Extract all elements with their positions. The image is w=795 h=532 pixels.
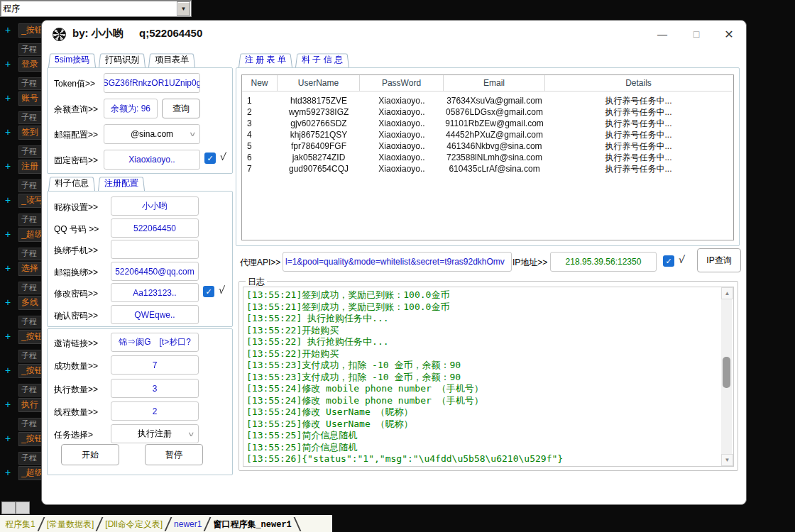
table-row[interactable]: 5fpr786409FGFXiaoxiaoyo..461346Nkbvg@sin… (242, 140, 732, 152)
qq-number-input[interactable]: 522064450 (111, 218, 199, 238)
table-row[interactable]: 3gjv602766SDZXiaoxiaoyo..91101RbZEw@gmai… (242, 118, 732, 129)
window-title-author: by: 小小哟 (72, 27, 124, 40)
balance-label: 余额查询>> (54, 104, 98, 116)
fold-plus-icon[interactable]: + (5, 93, 11, 103)
exec-count-input[interactable]: 3 (111, 379, 199, 398)
tabs-sim-tab-1[interactable]: 打码识别 (99, 52, 146, 67)
fold-plus-icon[interactable]: + (5, 195, 11, 205)
tabs-sim-tab-0[interactable]: 5sim接码 (48, 52, 96, 67)
cell-password: Xiaoxiaoyo.. (360, 118, 444, 129)
ide-project-combobox[interactable]: 程序 ▼ (0, 0, 192, 17)
rebind-phone-input[interactable] (111, 240, 199, 259)
combo-arrow-icon[interactable]: ▼ (177, 1, 190, 16)
fold-plus-icon[interactable]: + (5, 263, 11, 273)
table-row[interactable]: 7gud907654CQJXiaoxiaoyo..610435cLrAf@sin… (242, 163, 732, 174)
mail-config-dropdown[interactable]: @sina.com ∨ (104, 124, 200, 144)
ide-tab-1[interactable]: [常量数据表] (42, 519, 99, 531)
tab-label: 打码识别 (105, 54, 139, 66)
ide-tab-3[interactable]: newer1 (169, 519, 207, 529)
column-header-username[interactable]: UserName (278, 75, 360, 91)
thread-count-label: 线程数量>> (54, 406, 98, 419)
confirm-password-input[interactable]: QWEqwe.. (111, 305, 199, 324)
cell-username: jak058274ZID (278, 152, 360, 163)
close-button[interactable]: ✕ (718, 26, 740, 43)
rebind-phone-label: 换绑手机>> (54, 245, 98, 257)
fold-plus-icon[interactable]: + (5, 127, 11, 137)
ide-scroll-corner-right[interactable] (16, 501, 30, 514)
minimize-button[interactable]: — (652, 26, 673, 43)
table-row[interactable]: 6jak058274ZIDXiaoxiaoyo..723588lNLmh@sin… (242, 152, 732, 163)
nickname-input[interactable]: 小小哟 (111, 196, 199, 216)
maximize-button[interactable]: □ (686, 26, 707, 43)
invite-link-input[interactable]: 锦⇒阂G [t>耖口? (111, 333, 199, 352)
ide-bottom-tabs: 程序集1[常量数据表][Dll命令定义表]newer1窗口程序集_newer1 (0, 515, 332, 532)
tabs-right-tab-1[interactable]: 料 子 信 息 (295, 52, 349, 67)
title-bar[interactable]: by: 小小哟 q;522064450 — □ ✕ (41, 20, 745, 48)
cell-password: Xiaoxiaoyo.. (360, 106, 444, 118)
cell-new: 5 (242, 140, 278, 152)
log-scrollbar-thumb[interactable] (723, 357, 730, 388)
ide-tab-4[interactable]: 窗口程序集_newer1 (208, 519, 296, 531)
cell-password: Xiaoxiaoyo.. (360, 163, 444, 174)
cell-details: 执行养号任务中... (545, 129, 732, 140)
pause-button[interactable]: 暂停 (145, 444, 203, 465)
fold-plus-icon[interactable]: + (5, 59, 11, 69)
rebind-mail-input[interactable]: 522064450@qq.com (111, 262, 199, 281)
fold-plus-icon[interactable]: + (5, 331, 11, 341)
task-select-dropdown[interactable]: 执行注册 ∨ (111, 424, 199, 443)
ip-query-button[interactable]: IP查询 (697, 248, 741, 272)
start-button[interactable]: 开始 (61, 444, 119, 465)
column-header-details[interactable]: Details (545, 75, 732, 91)
fold-plus-icon[interactable]: + (5, 161, 11, 171)
proxy-api-input[interactable]: l=1&pool=quality&mode=whitelist&secret=t… (283, 252, 512, 272)
cell-password: Xiaoxiaoyo.. (360, 152, 444, 163)
task-select-label: 任务选择> (54, 429, 93, 441)
ide-tab-2[interactable]: [Dll命令定义表] (100, 519, 168, 531)
cell-email: 05876LDGsx@gmail.com (444, 106, 545, 118)
thread-count-input[interactable]: 2 (111, 401, 199, 421)
ide-scroll-corner-left[interactable] (1, 501, 16, 514)
fold-plus-icon[interactable]: + (5, 433, 11, 443)
column-header-password[interactable]: PassWord (360, 75, 444, 91)
balance-query-button[interactable]: 查询 (162, 99, 200, 118)
log-line: [13:55:22]开始购买 (243, 325, 733, 337)
tabs-cfg-tab-1[interactable]: 注册配置 (98, 176, 145, 191)
ide-tab-0[interactable]: 程序集1 (0, 519, 40, 531)
fixed-password-checkbox[interactable]: ✓ (204, 153, 216, 164)
column-header-new[interactable]: New (242, 75, 278, 91)
column-header-email[interactable]: Email (444, 75, 545, 91)
success-count-input[interactable]: 7 (111, 355, 199, 375)
tabs-sim-tab-2[interactable]: 项目表单 (148, 52, 195, 67)
cell-new: 2 (242, 106, 278, 118)
table-row[interactable]: 4khj867521QSYXiaoxiaoyo..44452hPXuZ@gmai… (242, 129, 732, 140)
log-line: [13:55:23]支付成功，扣除 -10 金币，余额：90 (243, 372, 733, 384)
log-line: [13:55:26]{"status":"1","msg":"\u4fdd\u5… (243, 453, 733, 465)
fold-plus-icon[interactable]: + (5, 297, 11, 307)
fold-plus-icon[interactable]: + (5, 399, 11, 409)
change-password-input[interactable]: Aa123123.. (111, 283, 199, 302)
fold-plus-icon[interactable]: + (5, 365, 11, 375)
mail-config-label: 邮箱配置>> (54, 129, 98, 141)
scroll-down-icon[interactable]: ▼ (721, 454, 733, 466)
tabs-right-tab-0[interactable]: 注 册 表 单 (238, 52, 292, 67)
invite-link-label: 邀请链接>> (54, 338, 98, 350)
proxy-checkbox[interactable]: ✓ (663, 255, 674, 267)
cell-details: 执行养号任务中... (545, 118, 732, 129)
log-line: [13:55:22] 执行抢购任务中... (243, 313, 733, 325)
log-lines: [13:55:21]签到成功，奖励已到账：100.0金币[13:55:21]签到… (243, 287, 733, 465)
fold-plus-icon[interactable]: + (5, 229, 11, 239)
fixed-password-input[interactable]: Xiaoxiaoyo.. (104, 150, 200, 170)
token-input[interactable]: SGZ36fRnkzOR1UZnip0g (104, 73, 200, 93)
table-row[interactable]: 1htd388175ZVEXiaoxiaoyo..37634XsuVa@gmai… (242, 95, 732, 106)
fold-plus-icon[interactable]: + (5, 467, 11, 477)
accounts-table[interactable]: NewUserNamePassWordEmailDetails1htd38817… (241, 74, 734, 240)
tabs-cfg-tab-0[interactable]: 料子信息 (48, 176, 95, 191)
fold-plus-icon[interactable]: + (5, 25, 11, 35)
table-row[interactable]: 2wym592738IGZXiaoxiaoyo..05876LDGsx@gmai… (242, 106, 732, 118)
log-panel[interactable]: [13:55:21]签到成功，奖励已到账：100.0金币[13:55:21]签到… (243, 287, 734, 467)
change-password-checkbox[interactable]: ✓ (203, 286, 214, 297)
cell-username: gjv602766SDZ (278, 118, 360, 129)
cell-password: Xiaoxiaoyo.. (360, 129, 444, 140)
scroll-up-icon[interactable]: ▲ (721, 287, 733, 299)
ip-address-input[interactable]: 218.95.39.56:12350 (550, 252, 657, 272)
